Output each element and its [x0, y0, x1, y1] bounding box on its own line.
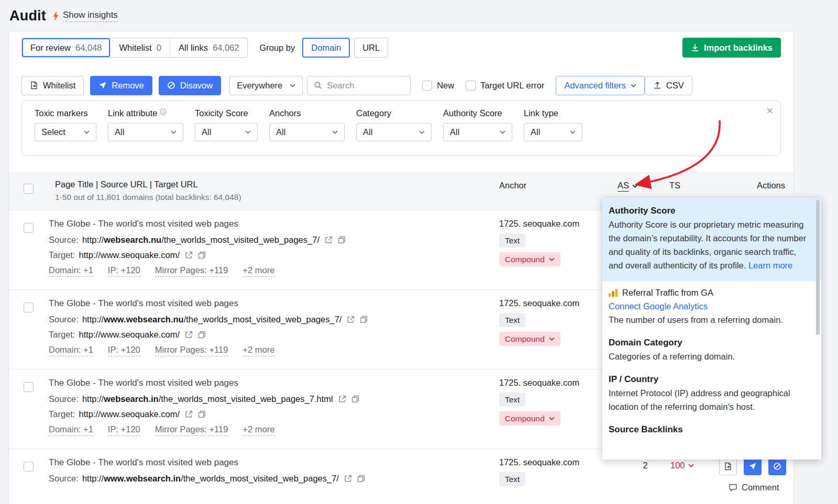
authority-score-select[interactable]: All	[443, 123, 512, 141]
link-type-badge[interactable]: Text	[499, 393, 525, 407]
mirror-pages-meta-link[interactable]: Mirror Pages: +119	[155, 345, 228, 356]
import-icon	[691, 43, 699, 52]
domain-meta-link[interactable]: Domain: +1	[49, 265, 93, 277]
disavow-action-button[interactable]	[768, 457, 786, 475]
copy-icon[interactable]	[198, 251, 206, 259]
link-type-select[interactable]: All	[524, 123, 582, 141]
connect-google-analytics-link[interactable]: Connect Google Analytics	[609, 301, 708, 311]
domain-meta-link[interactable]: Domain: +1	[49, 345, 93, 356]
group-by-url-button[interactable]: URL	[354, 38, 388, 58]
domain-meta-link[interactable]: Domain: +1	[49, 424, 93, 436]
import-backlinks-button[interactable]: Import backlinks	[682, 38, 781, 58]
close-icon[interactable]: ×	[766, 105, 773, 117]
row-checkbox[interactable]	[24, 223, 34, 233]
ip-meta-link[interactable]: IP: +120	[108, 265, 140, 277]
show-insights-button[interactable]: Show insights	[52, 10, 118, 22]
tooltip-scrollbar[interactable]	[816, 200, 820, 457]
toxicity-score-select[interactable]: All	[195, 123, 258, 141]
learn-more-link[interactable]: Learn more	[748, 261, 792, 270]
toxic-markers-select[interactable]: Select	[35, 123, 96, 141]
external-link-icon[interactable]	[344, 475, 352, 483]
toxicity-score-value[interactable]: 100	[670, 461, 694, 471]
scope-dropdown[interactable]: Everywhere	[229, 76, 303, 95]
row-checkbox[interactable]	[24, 303, 34, 312]
chevron-down-icon	[549, 337, 555, 341]
source-url[interactable]: http://websearch.nu/the_worlds_most_visi…	[82, 235, 319, 245]
search-input[interactable]	[327, 81, 400, 91]
remove-button[interactable]: Remove	[90, 76, 152, 95]
toxicity-badge[interactable]: Compound	[499, 332, 560, 346]
chevron-down-icon	[245, 130, 251, 134]
mirror-pages-meta-link[interactable]: Mirror Pages: +119	[155, 265, 228, 277]
external-link-icon[interactable]	[347, 316, 355, 323]
toxicity-badge[interactable]: Compound	[499, 252, 560, 266]
tab-whitelist[interactable]: Whitelist 0	[111, 38, 170, 57]
row-checkbox[interactable]	[24, 462, 34, 472]
source-url[interactable]: http://websearch.in/the_worlds_most_visi…	[82, 394, 333, 404]
more-meta-link[interactable]: +2 more	[242, 424, 274, 436]
source-label: Source:	[49, 315, 79, 324]
comment-button[interactable]: Comment	[729, 483, 779, 492]
link-attribute-select[interactable]: All	[108, 123, 183, 141]
export-csv-button[interactable]: CSV	[645, 76, 692, 95]
select-all-checkbox[interactable]	[24, 184, 34, 194]
checkbox[interactable]	[466, 81, 476, 91]
column-actions: Actions	[757, 181, 785, 191]
tooltip-referral-traffic-section: Referral Traffic from GA Connect Google …	[602, 281, 821, 331]
disavow-button[interactable]: Disavow	[159, 76, 221, 95]
checkbox[interactable]	[422, 81, 432, 91]
tab-all-links[interactable]: All links 64,062	[170, 38, 247, 57]
target-label: Target:	[49, 330, 75, 340]
anchor-text: 1725. seoquake.com	[499, 219, 579, 229]
advanced-filters-button[interactable]: Advanced filters	[556, 76, 644, 95]
external-link-icon[interactable]	[338, 395, 346, 403]
link-type-badge[interactable]: Text	[499, 313, 525, 327]
ip-meta-link[interactable]: IP: +120	[108, 424, 140, 436]
copy-icon[interactable]	[360, 316, 368, 323]
row-meta: Domain: +1 IP: +120 Mirror Pages: +119 +…	[49, 265, 346, 277]
new-filter-checkbox[interactable]: New	[422, 81, 454, 91]
target-url[interactable]: http://www.seoquake.com/	[79, 250, 180, 260]
source-url[interactable]: http://www.websearch.in/the_worlds_most_…	[82, 474, 339, 484]
external-link-icon[interactable]	[185, 331, 193, 339]
page-header: Audit Show insights	[0, 0, 838, 31]
remove-action-button[interactable]	[744, 457, 762, 475]
copy-icon[interactable]	[351, 395, 359, 403]
all-links-count: 64,062	[213, 43, 239, 53]
category-select[interactable]: All	[356, 123, 432, 141]
link-type-badge[interactable]: Text	[499, 472, 525, 486]
source-url[interactable]: http://www.websearch.nu/the_worlds_most_…	[82, 315, 342, 324]
whitelist-action-button[interactable]	[719, 457, 737, 475]
target-url[interactable]: http://www.seoquake.com/	[79, 409, 180, 419]
more-meta-link[interactable]: +2 more	[242, 345, 274, 356]
copy-icon[interactable]	[198, 331, 206, 339]
copy-icon[interactable]	[338, 236, 346, 244]
target-label: Target:	[49, 250, 75, 260]
chevron-down-icon	[500, 130, 505, 134]
column-authority-score[interactable]: AS	[618, 181, 638, 192]
anchor-cell: 1725. seoquake.com Text	[499, 457, 579, 486]
toxicity-badge[interactable]: Compound	[499, 411, 560, 425]
external-link-icon[interactable]	[325, 236, 333, 244]
external-link-icon[interactable]	[185, 251, 193, 259]
whitelist-button[interactable]: Whitelist	[21, 76, 84, 95]
more-meta-link[interactable]: +2 more	[242, 265, 274, 277]
anchors-select[interactable]: All	[269, 123, 345, 141]
mirror-pages-meta-link[interactable]: Mirror Pages: +119	[155, 424, 228, 436]
copy-icon[interactable]	[198, 410, 206, 418]
target-url-error-checkbox[interactable]: Target URL error	[466, 81, 544, 91]
external-link-icon[interactable]	[185, 410, 193, 418]
info-icon[interactable]	[160, 108, 167, 115]
ip-meta-link[interactable]: IP: +120	[108, 345, 140, 356]
group-by-domain-button[interactable]: Domain	[302, 38, 350, 58]
row-checkbox[interactable]	[24, 382, 34, 392]
column-toxicity-score[interactable]: TS	[669, 181, 680, 191]
target-url[interactable]: http://www.seoquake.com/	[79, 330, 180, 340]
copy-icon[interactable]	[357, 475, 365, 483]
anchor-text: 1725. seoquake.com	[499, 378, 579, 388]
tab-for-review[interactable]: For review 64,048	[22, 38, 111, 57]
column-anchor[interactable]: Anchor	[499, 181, 526, 191]
row-meta: Domain: +1 IP: +120 Mirror Pages: +119 +…	[49, 345, 368, 356]
scrollbar-thumb[interactable]	[816, 200, 820, 335]
link-type-badge[interactable]: Text	[499, 233, 525, 248]
